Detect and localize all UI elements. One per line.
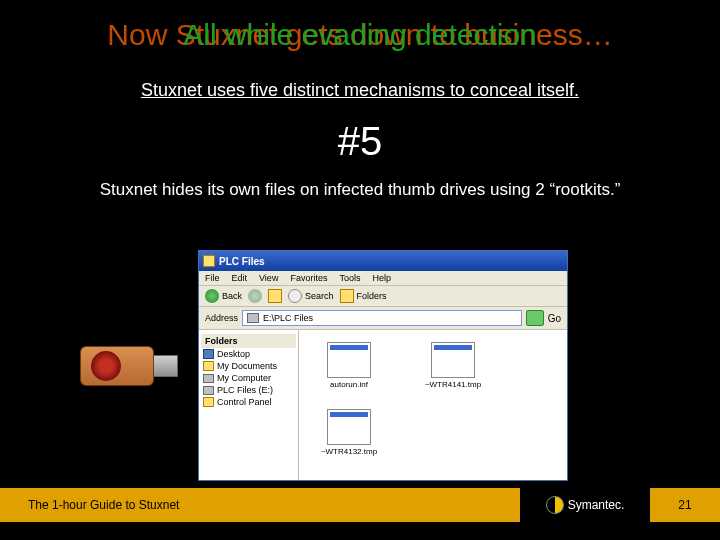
back-label: Back (222, 291, 242, 301)
usb-drive-icon (80, 343, 190, 389)
folder-icon (203, 255, 215, 267)
tree-item[interactable]: PLC Files (E:) (201, 384, 296, 396)
tree-header: Folders (201, 334, 296, 348)
folders-label: Folders (357, 291, 387, 301)
menu-item[interactable]: View (259, 273, 278, 283)
file-icon (327, 409, 371, 445)
menu-item[interactable]: Tools (339, 273, 360, 283)
folder-icon (203, 361, 214, 371)
file-name: ~WTR4141.tmp (425, 380, 481, 389)
window-title: PLC Files (219, 256, 265, 267)
search-button[interactable]: Search (288, 289, 334, 303)
file-item[interactable]: ~WTR4132.tmp (309, 409, 389, 456)
drive-icon (247, 313, 259, 323)
control-panel-icon (203, 397, 214, 407)
window-titlebar: PLC Files (199, 251, 567, 271)
menu-bar: File Edit View Favorites Tools Help (199, 271, 567, 286)
file-icon (327, 342, 371, 378)
illustration-group: PLC Files File Edit View Favorites Tools… (80, 250, 568, 481)
mechanism-number: #5 (0, 119, 720, 164)
brand-text: Symantec. (568, 498, 625, 512)
folder-tree: Folders Desktop My Documents My Computer… (199, 330, 299, 480)
go-button[interactable] (526, 310, 544, 326)
address-field[interactable]: E:\PLC Files (242, 310, 522, 326)
desktop-icon (203, 349, 214, 359)
page-number: 21 (650, 488, 720, 522)
folders-button[interactable]: Folders (340, 289, 387, 303)
up-icon[interactable] (268, 289, 282, 303)
computer-icon (203, 374, 214, 383)
file-pane: autorun.inf ~WTR4141.tmp ~WTR4132.tmp (299, 330, 567, 480)
footer-title: The 1-hour Guide to Stuxnet (0, 488, 520, 522)
address-value: E:\PLC Files (263, 313, 313, 323)
back-button[interactable]: Back (205, 289, 242, 303)
toolbar: Back Search Folders (199, 286, 567, 307)
tree-item[interactable]: Control Panel (201, 396, 296, 408)
file-name: autorun.inf (330, 380, 368, 389)
folders-icon (340, 289, 354, 303)
slide-footer: The 1-hour Guide to Stuxnet Symantec. 21 (0, 488, 720, 522)
tree-item[interactable]: My Computer (201, 372, 296, 384)
menu-item[interactable]: Help (372, 273, 391, 283)
back-icon (205, 289, 219, 303)
footer-brand: Symantec. (520, 488, 650, 522)
forward-icon[interactable] (248, 289, 262, 303)
subtitle: Stuxnet uses five distinct mechanisms to… (0, 80, 720, 101)
title-front: All while evading detection (0, 18, 720, 52)
mechanism-description: Stuxnet hides its own files on infected … (0, 180, 720, 200)
symantec-icon (546, 496, 564, 514)
file-icon (431, 342, 475, 378)
address-bar: Address E:\PLC Files Go (199, 307, 567, 330)
go-label: Go (548, 313, 561, 324)
menu-item[interactable]: File (205, 273, 220, 283)
address-label: Address (205, 313, 238, 323)
file-name: ~WTR4132.tmp (321, 447, 377, 456)
search-label: Search (305, 291, 334, 301)
menu-item[interactable]: Favorites (290, 273, 327, 283)
file-item[interactable]: ~WTR4141.tmp (413, 342, 493, 389)
tree-item[interactable]: My Documents (201, 360, 296, 372)
search-icon (288, 289, 302, 303)
slide-title-stack: Now Stuxnet gets down to business… All w… (0, 0, 720, 70)
tree-item[interactable]: Desktop (201, 348, 296, 360)
explorer-window: PLC Files File Edit View Favorites Tools… (198, 250, 568, 481)
drive-icon (203, 386, 214, 395)
file-item[interactable]: autorun.inf (309, 342, 389, 389)
menu-item[interactable]: Edit (232, 273, 248, 283)
